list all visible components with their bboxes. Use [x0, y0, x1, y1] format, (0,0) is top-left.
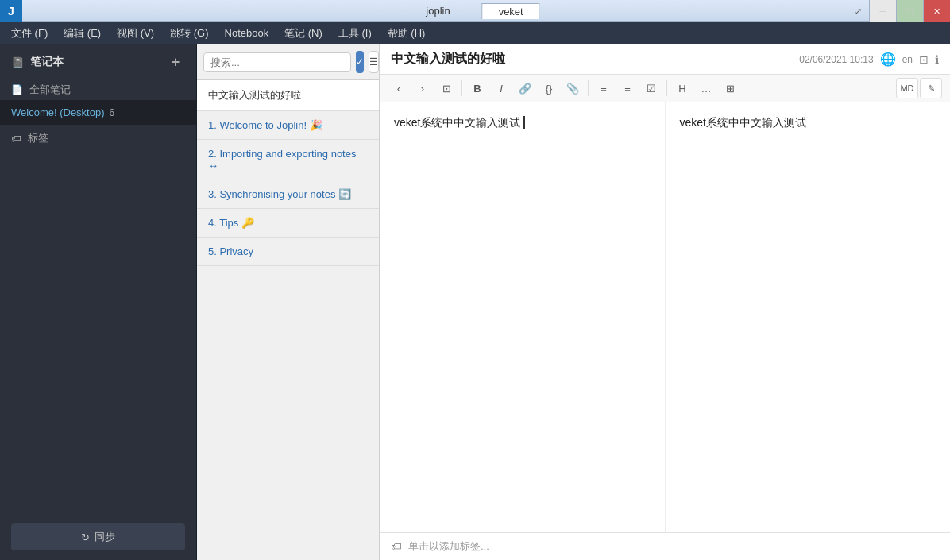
forward-button[interactable]: ›: [411, 78, 434, 98]
link-button[interactable]: 🔗: [514, 78, 536, 98]
add-notebook-button[interactable]: +: [166, 52, 185, 71]
editor-left-pane[interactable]: veket系统中中文输入测试: [380, 102, 666, 532]
ordered-list-button[interactable]: ≡: [616, 78, 639, 98]
tags-label: 标签: [28, 131, 48, 145]
note-item-3[interactable]: 3. Synchronising your notes 🔄: [197, 180, 379, 209]
tab-veket[interactable]: veket: [482, 3, 540, 19]
unordered-list-button[interactable]: ≡: [593, 78, 615, 98]
tags-icon: 🏷: [11, 133, 21, 145]
table-button[interactable]: ⊞: [719, 78, 741, 98]
expand-icon[interactable]: ⤢: [847, 0, 869, 22]
italic-button[interactable]: I: [490, 78, 512, 98]
search-bar: ✓ ☰: [197, 44, 379, 80]
sync-label: 同步: [95, 530, 115, 544]
app-icon: J: [0, 0, 22, 22]
heading-button[interactable]: H: [671, 78, 693, 98]
note-item-1[interactable]: 1. Welcome to Joplin! 🎉: [197, 111, 379, 140]
menu-bar: 文件 (F) 编辑 (E) 视图 (V) 跳转 (G) Notebook 笔记 …: [0, 22, 950, 44]
toolbar-separator-3: [666, 80, 667, 96]
editor-lang: en: [902, 54, 913, 65]
notebook-label: Welcome! (Desktop): [11, 106, 105, 118]
sidebar-title: 笔记本: [30, 55, 64, 69]
split-view-icon[interactable]: ⊡: [919, 53, 929, 66]
tag-icon: 🏷: [391, 540, 402, 553]
code-inline-button[interactable]: {}: [538, 78, 560, 98]
external-link-button[interactable]: ⊡: [435, 78, 458, 98]
close-button[interactable]: ✕: [923, 0, 950, 22]
toggle-list-button[interactable]: ☰: [369, 51, 379, 73]
menu-tools[interactable]: 工具 (I): [330, 23, 380, 44]
editor-right-content: veket系统中中文输入测试: [680, 116, 806, 129]
menu-notebook[interactable]: Notebook: [217, 24, 277, 42]
menu-note[interactable]: 笔记 (N): [276, 23, 330, 44]
sidebar-all-notes[interactable]: 📄 全部笔记: [0, 79, 196, 100]
menu-edit[interactable]: 编辑 (E): [56, 23, 109, 44]
editor-toolbar: ‹ › ⊡ B I 🔗 {} 📎 ≡ ≡ ☑ H … ⊞ MD ✎: [380, 75, 950, 102]
editor-body: veket系统中中文输入测试 veket系统中中文输入测试: [380, 102, 950, 532]
editor-footer: 🏷 单击以添加标签...: [380, 532, 950, 560]
note-title-1: 1. Welcome to Joplin! 🎉: [208, 119, 368, 131]
minimize-button[interactable]: ─: [869, 0, 896, 22]
title-center: joplin veket: [410, 3, 539, 19]
editor-header: 中文输入测试的好啦 02/06/2021 10:13 🌐 en ⊡ ℹ: [380, 44, 950, 75]
note-item-0[interactable]: 中文输入测试的好啦: [197, 80, 379, 111]
note-item-4[interactable]: 4. Tips 🔑: [197, 209, 379, 238]
menu-goto[interactable]: 跳转 (G): [162, 23, 216, 44]
notebook-count: 6: [110, 107, 115, 118]
editor-left-content: veket系统中中文输入测试: [394, 116, 520, 129]
editor: 中文输入测试的好啦 02/06/2021 10:13 🌐 en ⊡ ℹ ‹ › …: [380, 44, 950, 560]
title-bar: J joplin veket ⤢ ─ □ ✕: [0, 0, 950, 22]
toolbar-separator-1: [461, 80, 462, 96]
tab-joplin[interactable]: joplin: [410, 3, 465, 19]
menu-help[interactable]: 帮助 (H): [380, 23, 434, 44]
main-layout: 📓 笔记本 + 📄 全部笔记 Welcome! (Desktop) 6 🏷 标签…: [0, 44, 950, 560]
bold-button[interactable]: B: [466, 78, 489, 98]
cursor: [520, 116, 525, 129]
markdown-mode-button[interactable]: MD: [896, 78, 918, 98]
note-info-icon[interactable]: ℹ: [935, 53, 939, 66]
all-notes-label: 全部笔记: [29, 83, 71, 97]
sync-icon: ↻: [81, 531, 90, 543]
all-notes-icon: 📄: [11, 84, 23, 95]
note-title-5: 5. Privacy: [208, 245, 368, 257]
globe-icon[interactable]: 🌐: [880, 52, 896, 67]
sidebar-notebook-item[interactable]: Welcome! (Desktop) 6: [0, 100, 196, 125]
maximize-button[interactable]: □: [896, 0, 923, 22]
note-title-4: 4. Tips 🔑: [208, 217, 368, 229]
editor-date: 02/06/2021 10:13: [799, 54, 873, 65]
note-item-2[interactable]: 2. Importing and exporting notes ↔: [197, 140, 379, 180]
editor-meta: 02/06/2021 10:13 🌐 en ⊡ ℹ: [799, 52, 939, 67]
search-input[interactable]: [203, 52, 351, 72]
sidebar-header: 📓 笔记本 +: [0, 44, 196, 79]
note-item-5[interactable]: 5. Privacy: [197, 238, 379, 266]
menu-view[interactable]: 视图 (V): [109, 23, 162, 44]
note-title-3: 3. Synchronising your notes 🔄: [208, 188, 368, 200]
note-list: ✓ ☰ 中文输入测试的好啦 1. Welcome to Joplin! 🎉 2.…: [197, 44, 380, 560]
note-title-2: 2. Importing and exporting notes ↔: [208, 148, 368, 172]
toolbar-separator-2: [588, 80, 589, 96]
attach-button[interactable]: 📎: [562, 78, 584, 98]
editor-right-pane: veket系统中中文输入测试: [666, 102, 951, 532]
sidebar: 📓 笔记本 + 📄 全部笔记 Welcome! (Desktop) 6 🏷 标签…: [0, 44, 197, 560]
edit-mode-button[interactable]: ✎: [920, 78, 942, 98]
note-title-0: 中文输入测试的好啦: [208, 88, 368, 102]
sidebar-tags[interactable]: 🏷 标签: [0, 125, 196, 152]
back-button[interactable]: ‹: [388, 78, 410, 98]
tag-placeholder[interactable]: 单击以添加标签...: [408, 539, 489, 554]
notebook-header-icon: 📓: [11, 56, 24, 68]
menu-file[interactable]: 文件 (F): [3, 23, 56, 44]
new-note-button[interactable]: ✓: [356, 51, 364, 73]
checklist-button[interactable]: ☑: [640, 78, 662, 98]
more-button[interactable]: …: [695, 78, 717, 98]
window-controls: ─ □ ✕: [869, 0, 950, 22]
sync-button[interactable]: ↻ 同步: [11, 523, 185, 550]
editor-note-title: 中文输入测试的好啦: [391, 51, 799, 68]
